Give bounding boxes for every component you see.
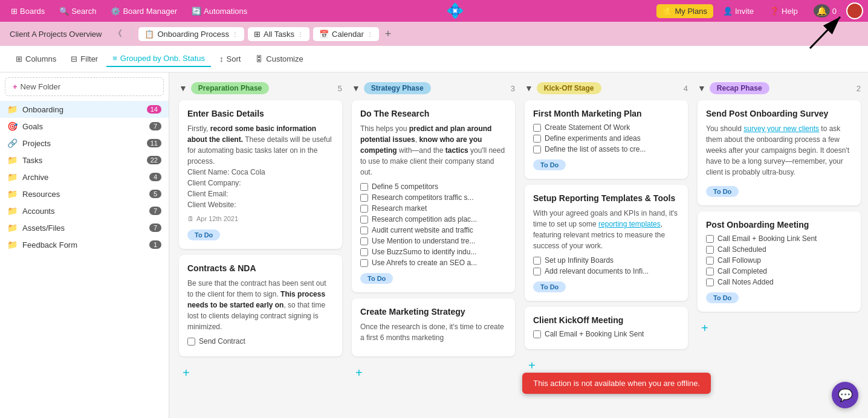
status-badge-todo[interactable]: To Do <box>706 186 739 197</box>
preparation-phase-badge: Preparation Phase <box>191 82 269 94</box>
tab-all-tasks[interactable]: ⊞ All Tasks ⋮ <box>248 27 309 41</box>
sidebar-item-archive[interactable]: 📁 Archive 4 <box>0 169 169 185</box>
add-card-recap-button[interactable]: + <box>698 318 712 339</box>
my-plans-button[interactable]: ⭐ My Plans <box>656 4 713 18</box>
tab-calendar[interactable]: 📅 Calendar ⋮ <box>313 27 379 41</box>
card-body: With your agreed goals and KPIs in hand,… <box>533 208 679 251</box>
checklist-item: Send Contract <box>187 337 334 346</box>
card-do-the-research: Do The Research This helps you predict a… <box>352 100 515 292</box>
checkbox-call-completed[interactable] <box>706 268 714 275</box>
add-tab-button[interactable]: + <box>383 25 394 43</box>
column-recap: ▼ Recap Phase 2 Send Post Onboarding Sur… <box>698 82 861 339</box>
sidebar-item-accounts[interactable]: 📁 Accounts 7 <box>0 202 169 219</box>
preparation-count: 5 <box>338 84 342 93</box>
checklist-item: Call Email + Booking Link Sent <box>706 234 852 243</box>
notification-button[interactable]: 🔔 0 <box>808 2 843 20</box>
search-icon: 🔍 <box>59 7 69 16</box>
checklist-item: Define the list of assets to cre... <box>533 145 679 153</box>
user-avatar[interactable] <box>846 2 863 19</box>
collapse-recap-button[interactable]: ▼ <box>698 83 706 93</box>
columns-button[interactable]: ⊞ Columns <box>10 51 62 66</box>
checkbox-8[interactable] <box>360 259 368 267</box>
checklist-item: Define 5 competitors <box>360 182 507 191</box>
add-card-preparation-button[interactable]: + <box>179 362 193 384</box>
tab-onboarding-process[interactable]: 📋 Onboarding Process ⋮ <box>138 27 244 41</box>
checkbox-2[interactable] <box>360 194 368 202</box>
plus-icon: + <box>13 82 18 91</box>
sidebar-item-projects[interactable]: 🔗 Projects 11 <box>0 135 169 152</box>
automations-nav-button[interactable]: 🔄 Automations <box>186 4 253 18</box>
checkbox-6[interactable] <box>360 237 368 245</box>
send-contract-checkbox[interactable] <box>187 338 195 346</box>
customize-button[interactable]: 🎛 Customize <box>249 51 309 66</box>
grouped-by-button[interactable]: ≡ Grouped by Onb. Status <box>106 51 211 67</box>
calendar-options-icon: ⋮ <box>367 31 373 37</box>
checkbox-call-notes[interactable] <box>706 278 714 286</box>
goals-icon: 🎯 <box>7 121 18 131</box>
status-badge-todo[interactable]: To Do <box>533 281 566 292</box>
archive-icon: 📁 <box>7 172 18 182</box>
column-strategy: ▼ Strategy Phase 3 Do The Research This … <box>352 82 515 384</box>
folder-icon: 📁 <box>7 104 18 114</box>
new-folder-button[interactable]: + New Folder <box>5 77 164 96</box>
checkbox-assets[interactable] <box>533 146 541 153</box>
checkbox-1[interactable] <box>360 183 368 191</box>
checklist-item: Call Email + Booking Link Sent <box>533 330 679 338</box>
gear-icon: ⚙️ <box>111 7 120 16</box>
sidebar-item-assets-files[interactable]: 📁 Assets/Files 7 <box>0 219 169 236</box>
sidebar-item-goals[interactable]: 🎯 Goals 7 <box>0 118 169 135</box>
column-preparation: ▼ Preparation Phase 5 Enter Basic Detail… <box>179 82 342 384</box>
checkbox-call-followup[interactable] <box>706 257 714 265</box>
collapse-preparation-button[interactable]: ▼ <box>179 83 187 93</box>
collapse-strategy-button[interactable]: ▼ <box>352 83 360 93</box>
checkbox-docs[interactable] <box>533 268 541 275</box>
tasks-icon: 📁 <box>7 155 18 165</box>
status-badge-todo[interactable]: To Do <box>360 273 393 284</box>
card-setup-reporting: Setup Reporting Templates & Tools With y… <box>525 185 688 301</box>
sort-button[interactable]: ↕ Sort <box>213 51 247 66</box>
sort-icon: ↕ <box>219 54 224 63</box>
kickoff-phase-badge: Kick-Off Stage <box>537 82 601 94</box>
boards-nav-button[interactable]: ⊞ Boards <box>5 4 51 18</box>
status-badge-todo[interactable]: To Do <box>706 292 739 303</box>
checkbox-4[interactable] <box>360 216 368 223</box>
bell-icon: 🔔 <box>814 4 830 18</box>
checkbox-sow[interactable] <box>533 124 541 132</box>
checkbox-email-sent[interactable] <box>706 235 714 243</box>
checklist-item: Create Statement Of Work <box>533 123 679 132</box>
checkbox-7[interactable] <box>360 248 368 256</box>
collapse-sidebar-button[interactable]: 《 <box>110 26 126 42</box>
column-header-kickoff: ▼ Kick-Off Stage 4 <box>525 82 688 94</box>
main-content: + New Folder 📁 Onboarding 14 🎯 Goals 7 🔗… <box>0 72 868 418</box>
help-button[interactable]: ❓ Help <box>763 4 804 18</box>
card-title: First Month Marketing Plan <box>533 109 679 118</box>
invite-button[interactable]: 👤 Invite <box>717 4 760 18</box>
sidebar-item-onboarding[interactable]: 📁 Onboarding 14 <box>0 101 169 118</box>
checklist-item: Call Followup <box>706 256 852 265</box>
chat-button[interactable]: 💬 <box>832 382 858 408</box>
checklist-item: Add relevant documents to Infi... <box>533 267 679 275</box>
checkbox-3[interactable] <box>360 205 368 213</box>
status-badge-todo[interactable]: To Do <box>187 230 220 240</box>
sidebar-item-feedback-form[interactable]: 📁 Feedback Form 1 <box>0 236 169 253</box>
checkbox-exp[interactable] <box>533 135 541 143</box>
help-icon: ❓ <box>769 7 779 16</box>
collapse-kickoff-button[interactable]: ▼ <box>525 83 533 93</box>
search-nav-button[interactable]: 🔍 Search <box>53 4 102 18</box>
checkbox-call-scheduled[interactable] <box>706 246 714 254</box>
checkbox-email-booking[interactable] <box>533 330 541 338</box>
board-icon: 📋 <box>144 30 154 39</box>
card-title: Setup Reporting Templates & Tools <box>533 193 679 203</box>
sidebar-item-resources[interactable]: 📁 Resources 5 <box>0 185 169 202</box>
checklist-item: Use Ahrefs to create an SEO a... <box>360 259 507 267</box>
sidebar: + New Folder 📁 Onboarding 14 🎯 Goals 7 🔗… <box>0 72 169 418</box>
board-manager-nav-button[interactable]: ⚙️ Board Manager <box>105 4 183 18</box>
add-card-strategy-button[interactable]: + <box>352 362 366 384</box>
checkbox-infinity[interactable] <box>533 257 541 265</box>
filter-button[interactable]: ⊟ Filter <box>65 51 104 66</box>
sidebar-item-tasks[interactable]: 📁 Tasks 22 <box>0 152 169 169</box>
checklist-item: Call Completed <box>706 267 852 275</box>
columns-icon: ⊞ <box>16 54 22 63</box>
checkbox-5[interactable] <box>360 227 368 234</box>
status-badge-todo[interactable]: To Do <box>533 159 566 170</box>
